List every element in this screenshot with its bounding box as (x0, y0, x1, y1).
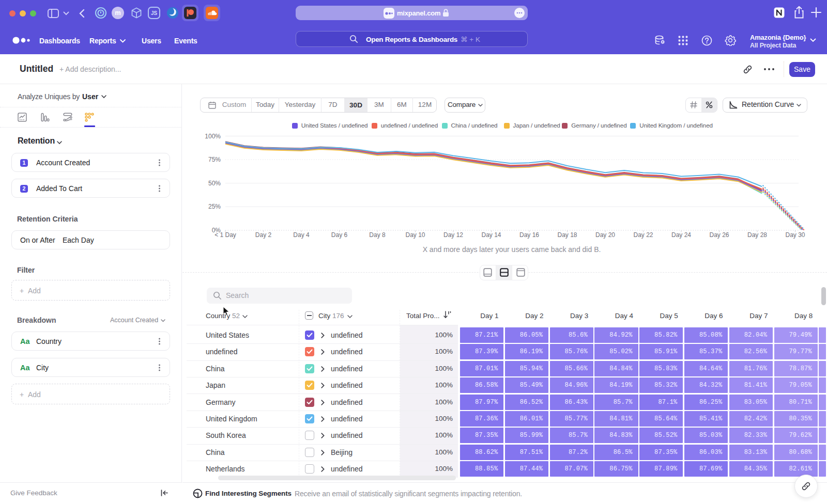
svg-text:50%: 50% (208, 180, 221, 187)
svg-text:Day 22: Day 22 (633, 231, 653, 239)
svg-text:Day 14: Day 14 (481, 231, 501, 239)
svg-text:Day 10: Day 10 (405, 231, 425, 239)
svg-text:Day 4: Day 4 (293, 231, 310, 239)
svg-text:Day 26: Day 26 (709, 231, 729, 239)
svg-text:75%: 75% (208, 156, 221, 163)
svg-text:< 1 Day: < 1 Day (215, 231, 236, 239)
svg-text:Day 6: Day 6 (331, 231, 348, 239)
svg-text:Day 20: Day 20 (595, 231, 615, 239)
svg-text:Day 16: Day 16 (519, 231, 539, 239)
svg-text:Day 18: Day 18 (557, 231, 577, 239)
svg-text:Day 12: Day 12 (443, 231, 463, 239)
svg-text:Day 24: Day 24 (671, 231, 691, 239)
svg-text:25%: 25% (208, 203, 221, 210)
svg-text:Day 2: Day 2 (255, 231, 272, 239)
svg-text:Day 8: Day 8 (369, 231, 386, 239)
svg-text:100%: 100% (205, 133, 221, 140)
svg-text:Day 28: Day 28 (747, 231, 767, 239)
svg-text:X and more days later your use: X and more days later your users came ba… (423, 245, 601, 254)
svg-text:Day 30: Day 30 (785, 231, 805, 239)
